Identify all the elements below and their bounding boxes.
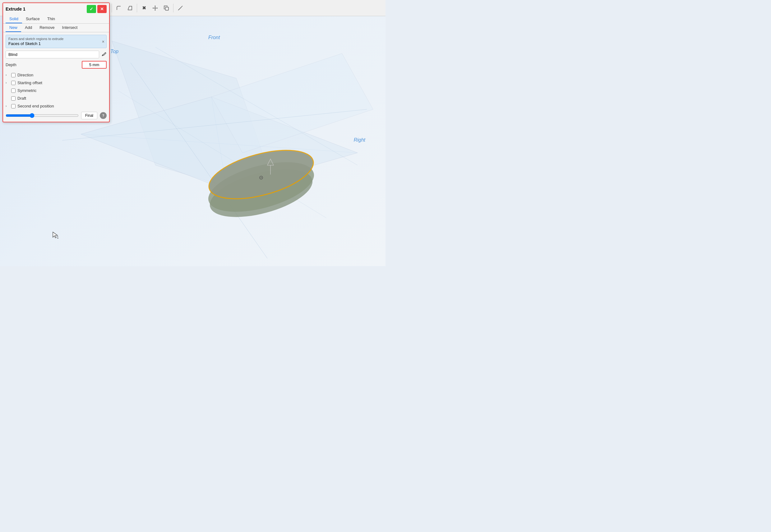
tab-new[interactable]: New: [6, 24, 21, 32]
depth-row: Depth: [6, 61, 107, 69]
starting-offset-expand-icon: ›: [6, 81, 10, 84]
copy-button[interactable]: [161, 3, 171, 13]
second-end-expand-icon: ›: [6, 104, 10, 108]
depth-label: Depth: [6, 62, 82, 67]
type-tabs: Solid Surface Thin: [3, 15, 109, 24]
direction-option-row[interactable]: › Direction: [6, 71, 107, 79]
svg-point-23: [261, 177, 262, 178]
move-button[interactable]: [150, 3, 160, 13]
starting-offset-checkbox[interactable]: [11, 81, 16, 85]
blind-dropdown-row: Blind Up to face Up to part Through all: [6, 51, 107, 58]
draft-checkbox[interactable]: [11, 96, 16, 101]
face-select-close-icon[interactable]: ×: [102, 39, 104, 44]
panel-header: Extrude 1 ✓ ✕: [3, 3, 109, 15]
starting-offset-label: Starting offset: [17, 80, 42, 85]
panel-title: Extrude 1: [6, 7, 25, 11]
header-buttons: ✓ ✕: [87, 5, 107, 13]
front-label: Front: [208, 35, 220, 40]
cancel-button[interactable]: ✕: [97, 5, 107, 13]
help-button[interactable]: ?: [100, 112, 107, 119]
symmetric-label: Symmetric: [17, 88, 36, 93]
direction-checkbox[interactable]: [11, 73, 16, 77]
second-end-option-row[interactable]: › Second end position: [6, 102, 107, 110]
face-select-box[interactable]: Faces and sketch regions to extrude Face…: [6, 35, 107, 48]
sep5: [137, 4, 137, 12]
tab-intersect[interactable]: Intersect: [58, 24, 81, 32]
pen-icon[interactable]: [101, 51, 107, 58]
symmetric-checkbox[interactable]: [11, 89, 16, 93]
direction-label: Direction: [17, 73, 33, 77]
operation-tabs: New Add Remove Intersect: [3, 24, 109, 32]
starting-offset-option-row[interactable]: › Starting offset: [6, 79, 107, 87]
direction-expand-icon: ›: [6, 73, 10, 77]
symmetric-option-row[interactable]: › Symmetric: [6, 87, 107, 94]
tab-solid[interactable]: Solid: [6, 15, 22, 23]
second-end-label: Second end position: [17, 104, 54, 108]
tab-add[interactable]: Add: [21, 24, 36, 32]
confirm-button[interactable]: ✓: [87, 5, 96, 13]
preview-slider-row: Final ?: [6, 112, 107, 119]
tab-remove[interactable]: Remove: [36, 24, 58, 32]
face-select-label: Faces and sketch regions to extrude: [8, 37, 104, 41]
tab-surface[interactable]: Surface: [22, 15, 43, 23]
panel-body: Faces and sketch regions to extrude Face…: [3, 32, 109, 122]
draft-label: Draft: [17, 96, 26, 101]
measure-button[interactable]: [175, 3, 185, 13]
blind-dropdown[interactable]: Blind Up to face Up to part Through all: [6, 51, 99, 58]
sep6: [173, 4, 173, 12]
second-end-checkbox[interactable]: [11, 104, 16, 108]
delete-button[interactable]: ✖: [139, 3, 149, 13]
face-select-value: Faces of Sketch 1: [8, 41, 104, 46]
right-label: Right: [354, 137, 365, 143]
final-button[interactable]: Final: [81, 112, 97, 119]
svg-rect-7: [165, 7, 168, 10]
extrude-panel: Extrude 1 ✓ ✕ Solid Surface Thin New Add…: [2, 2, 110, 122]
preview-slider[interactable]: [6, 113, 79, 118]
tab-thin[interactable]: Thin: [43, 15, 59, 23]
chamfer-button[interactable]: [125, 3, 135, 13]
depth-input[interactable]: [82, 61, 107, 69]
draft-option-row[interactable]: › Draft: [6, 94, 107, 102]
fillet-button[interactable]: [114, 3, 124, 13]
top-label: Top: [110, 49, 118, 54]
